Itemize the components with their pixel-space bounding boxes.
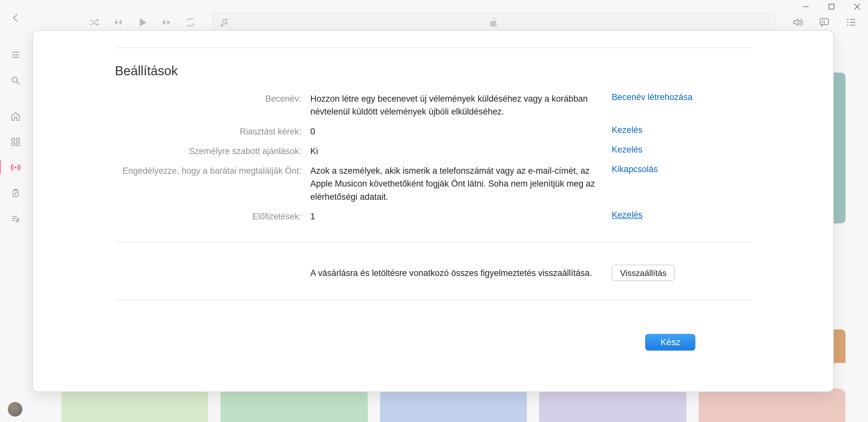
subscriptions-value: 1 bbox=[310, 210, 606, 222]
window-titlebar bbox=[0, 0, 868, 9]
left-sidebar bbox=[0, 10, 31, 422]
manage-alerts-link[interactable]: Kezelés bbox=[612, 125, 757, 138]
svg-point-7 bbox=[12, 77, 17, 82]
library-icon[interactable] bbox=[10, 187, 21, 199]
settings-heading: Beállítások bbox=[115, 64, 751, 79]
window-maximize-button[interactable] bbox=[827, 2, 837, 11]
subscriptions-label: Előfizetések: bbox=[115, 210, 305, 222]
music-note-icon bbox=[218, 16, 230, 31]
nickname-value: Hozzon létre egy becenevet új vélemények… bbox=[310, 92, 606, 118]
svg-rect-1 bbox=[829, 4, 834, 9]
settings-modal: Beállítások Becenév: Hozzon létre egy be… bbox=[32, 30, 834, 392]
menu-icon[interactable] bbox=[10, 49, 21, 60]
svg-point-22 bbox=[847, 22, 848, 23]
svg-point-13 bbox=[14, 167, 16, 168]
personalized-value: Ki bbox=[310, 144, 606, 157]
grid-icon[interactable] bbox=[10, 137, 21, 148]
user-avatar[interactable] bbox=[8, 402, 22, 417]
window-minimize-button[interactable] bbox=[801, 2, 811, 11]
svg-rect-11 bbox=[11, 143, 14, 146]
search-icon[interactable] bbox=[10, 75, 21, 86]
svg-rect-10 bbox=[16, 138, 19, 141]
shuffle-icon[interactable] bbox=[89, 18, 99, 30]
radio-icon[interactable] bbox=[10, 162, 21, 173]
friends-value: Azok a személyek, akik ismerik a telefon… bbox=[310, 164, 606, 203]
volume-icon[interactable] bbox=[792, 17, 803, 30]
friends-label: Engedélyezze, hogy a barátai megtalálják… bbox=[115, 164, 305, 203]
play-icon[interactable] bbox=[136, 16, 149, 31]
background-tiles bbox=[61, 389, 845, 422]
back-icon[interactable] bbox=[10, 12, 21, 24]
nickname-label: Becenév: bbox=[115, 92, 305, 118]
apple-logo-icon bbox=[488, 17, 499, 30]
queue-icon[interactable] bbox=[845, 17, 857, 30]
reset-warnings-text: A vásárlásra és letöltésre vonatkozó öss… bbox=[310, 268, 606, 278]
svg-rect-12 bbox=[16, 143, 19, 146]
svg-point-23 bbox=[847, 25, 848, 26]
alerts-label: Riasztást kérek: bbox=[115, 125, 305, 138]
reset-button[interactable]: Visszaállítás bbox=[612, 265, 675, 281]
personalized-label: Személyre szabott ajánlások: bbox=[115, 144, 305, 157]
disable-friends-link[interactable]: Kikapcsolás bbox=[612, 164, 757, 203]
create-nickname-link[interactable]: Becenév létrehozása bbox=[612, 92, 757, 118]
repeat-icon[interactable] bbox=[185, 18, 195, 30]
lyrics-icon[interactable] bbox=[819, 17, 830, 30]
svg-point-21 bbox=[847, 19, 848, 20]
alerts-value: 0 bbox=[310, 125, 606, 138]
next-icon[interactable] bbox=[162, 18, 172, 30]
svg-rect-9 bbox=[11, 138, 14, 141]
previous-icon[interactable] bbox=[113, 18, 123, 30]
done-button[interactable]: Kész bbox=[646, 334, 696, 351]
home-icon[interactable] bbox=[10, 111, 21, 122]
window-close-button[interactable] bbox=[852, 2, 862, 11]
manage-personalized-link[interactable]: Kezelés bbox=[612, 144, 757, 157]
manage-subscriptions-link[interactable]: Kezelés bbox=[612, 210, 757, 222]
svg-line-8 bbox=[17, 82, 19, 84]
playlist-icon[interactable] bbox=[10, 213, 21, 224]
